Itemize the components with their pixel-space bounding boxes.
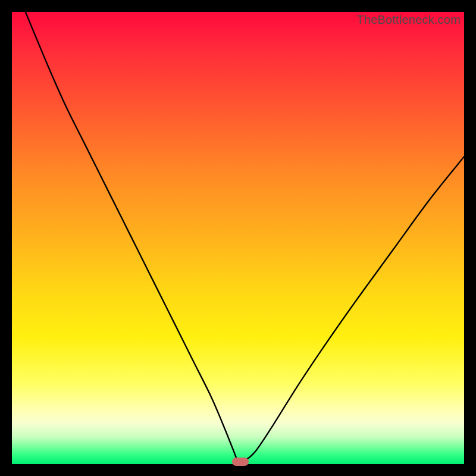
bottleneck-curve (12, 12, 464, 464)
curve-path (26, 12, 464, 462)
chart-frame: TheBottleneck.com (0, 0, 476, 476)
optimal-point-marker (232, 458, 249, 466)
plot-area: TheBottleneck.com (12, 12, 464, 464)
